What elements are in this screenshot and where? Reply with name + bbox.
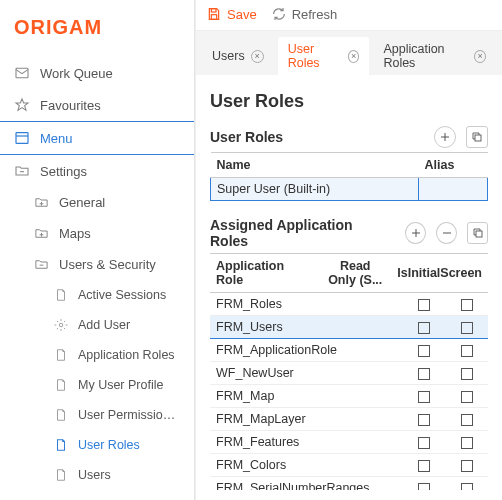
copy-icon (471, 131, 483, 143)
cell-initial[interactable] (445, 431, 488, 454)
cell-role: FRM_SerialNumberRanges (210, 477, 403, 491)
cell-readonly[interactable] (403, 293, 446, 316)
sidebar-item-favourites[interactable]: Favourites (0, 89, 194, 121)
checkbox[interactable] (418, 483, 430, 490)
cell-readonly[interactable] (403, 454, 446, 477)
sidebar-item-general[interactable]: General (0, 187, 194, 218)
close-icon[interactable]: × (348, 50, 360, 63)
file-icon (54, 288, 68, 302)
cell-initial[interactable] (445, 454, 488, 477)
table-row[interactable]: FRM_Map (210, 385, 488, 408)
cell-initial[interactable] (445, 362, 488, 385)
cell-readonly[interactable] (403, 431, 446, 454)
sidebar-item-application-roles[interactable]: Application Roles (0, 340, 194, 370)
tab-user-roles[interactable]: User Roles× (278, 37, 370, 75)
file-icon (54, 468, 68, 482)
checkbox[interactable] (461, 322, 473, 334)
table-row[interactable]: FRM_Roles (210, 293, 488, 316)
cell-readonly[interactable] (403, 408, 446, 431)
sidebar-item-add-user[interactable]: Add User (0, 310, 194, 340)
close-icon[interactable]: × (474, 50, 486, 63)
checkbox[interactable] (461, 299, 473, 311)
cell-initial[interactable] (445, 339, 488, 362)
cell-initial[interactable] (445, 316, 488, 339)
cell-readonly[interactable] (403, 362, 446, 385)
sidebar-item-label: Add User (78, 318, 130, 332)
checkbox[interactable] (461, 368, 473, 380)
cell-initial[interactable] (445, 408, 488, 431)
sidebar-item-work-queue[interactable]: Work Queue (0, 57, 194, 89)
button-label: Refresh (292, 7, 338, 22)
cell-readonly[interactable] (403, 316, 446, 339)
add-button[interactable] (405, 222, 426, 244)
add-button[interactable] (434, 126, 456, 148)
folder-plus-icon (34, 226, 49, 241)
cell-initial[interactable] (445, 477, 488, 491)
col-name[interactable]: Name (211, 153, 419, 178)
section-user-roles-head: User Roles (210, 126, 488, 148)
save-button[interactable]: Save (206, 6, 257, 22)
tab-application-roles[interactable]: Application Roles× (373, 37, 496, 75)
cell-alias (418, 178, 487, 201)
copy-button[interactable] (466, 126, 488, 148)
checkbox[interactable] (461, 437, 473, 449)
checkbox[interactable] (461, 345, 473, 357)
copy-button[interactable] (467, 222, 488, 244)
checkbox[interactable] (418, 414, 430, 426)
checkbox[interactable] (461, 414, 473, 426)
table-row[interactable]: Super User (Built-in) (211, 178, 488, 201)
cell-initial[interactable] (445, 293, 488, 316)
col-readonly[interactable]: Read Only (S... (319, 254, 391, 293)
checkbox[interactable] (418, 437, 430, 449)
col-alias[interactable]: Alias (418, 153, 487, 178)
close-icon[interactable]: × (251, 50, 264, 63)
checkbox[interactable] (418, 345, 430, 357)
cell-readonly[interactable] (403, 385, 446, 408)
sidebar-item-user-permissions[interactable]: User Permissions Overv... (0, 400, 194, 430)
svg-rect-14 (211, 15, 216, 20)
tab-users[interactable]: Users× (202, 37, 274, 75)
sidebar-item-users[interactable]: Users (0, 460, 194, 490)
checkbox[interactable] (418, 391, 430, 403)
main-panel: Save Refresh Users×User Roles×Applicatio… (195, 0, 502, 500)
sidebar-item-users-security[interactable]: Users & Security (0, 249, 194, 280)
remove-button[interactable] (436, 222, 457, 244)
table-row[interactable]: FRM_MapLayer (210, 408, 488, 431)
sidebar-item-maps[interactable]: Maps (0, 218, 194, 249)
sidebar-item-menu[interactable]: Menu (0, 121, 194, 155)
sidebar-item-settings[interactable]: Settings (0, 155, 194, 187)
checkbox[interactable] (461, 460, 473, 472)
table-row[interactable]: FRM_Users (210, 316, 488, 339)
cell-readonly[interactable] (403, 339, 446, 362)
section-title: User Roles (210, 129, 283, 145)
checkbox[interactable] (418, 460, 430, 472)
cell-readonly[interactable] (403, 477, 446, 491)
checkbox[interactable] (461, 483, 473, 490)
minus-icon (441, 227, 453, 239)
table-row[interactable]: FRM_SerialNumberRanges (210, 477, 488, 491)
section-title: Assigned Application Roles (210, 217, 385, 249)
sidebar-item-label: Work Queue (40, 66, 113, 81)
table-row[interactable]: FRM_Colors (210, 454, 488, 477)
sidebar-item-info[interactable]: Info (0, 490, 194, 500)
cell-role: FRM_Users (210, 316, 403, 339)
sidebar-item-active-sessions[interactable]: Active Sessions (0, 280, 194, 310)
checkbox[interactable] (461, 391, 473, 403)
col-role[interactable]: Application Role (210, 254, 319, 293)
sidebar-item-my-user-profile[interactable]: My User Profile (0, 370, 194, 400)
checkbox[interactable] (418, 322, 430, 334)
cell-initial[interactable] (445, 385, 488, 408)
refresh-button[interactable]: Refresh (271, 6, 338, 22)
table-row[interactable]: FRM_ApplicationRole (210, 339, 488, 362)
svg-rect-17 (475, 135, 481, 141)
copy-icon (472, 227, 484, 239)
checkbox[interactable] (418, 368, 430, 380)
checkbox[interactable] (418, 299, 430, 311)
sidebar-item-user-roles[interactable]: User Roles (0, 430, 194, 460)
file-icon (54, 438, 68, 452)
col-initial[interactable]: IsInitialScreen (391, 254, 488, 293)
user-roles-table: Name Alias Super User (Built-in) (210, 152, 488, 201)
table-row[interactable]: WF_NewUser (210, 362, 488, 385)
save-icon (206, 6, 222, 22)
table-row[interactable]: FRM_Features (210, 431, 488, 454)
